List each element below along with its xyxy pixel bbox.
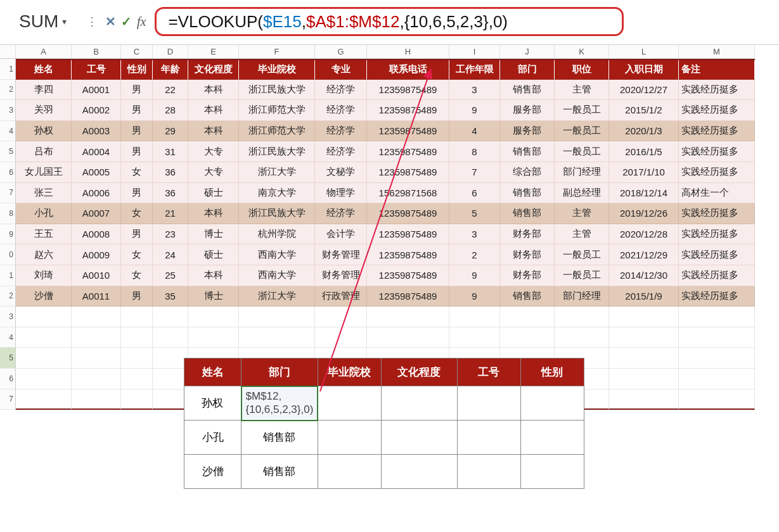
- cancel-formula-button[interactable]: ✕: [105, 14, 116, 29]
- empty-cell[interactable]: [239, 327, 315, 348]
- empty-cell[interactable]: [609, 390, 679, 410]
- table-header-cell[interactable]: 毕业院校: [239, 60, 315, 80]
- cell[interactable]: 会计学: [315, 224, 367, 245]
- cell[interactable]: 12359875489: [367, 244, 449, 265]
- cell[interactable]: 6: [449, 183, 500, 204]
- cell[interactable]: 经济学: [315, 80, 367, 101]
- empty-cell[interactable]: [449, 327, 500, 348]
- cell[interactable]: A0011: [72, 286, 121, 307]
- cell[interactable]: A0008: [72, 224, 121, 245]
- cell[interactable]: 3: [449, 80, 500, 101]
- cell[interactable]: 8: [449, 141, 500, 162]
- empty-cell[interactable]: [679, 327, 755, 348]
- cell[interactable]: 女: [121, 203, 153, 224]
- table-row[interactable]: 刘琦A0010女25本科西南大学财务管理123598754899财务部一般员工2…: [16, 265, 755, 286]
- table-row[interactable]: 吕布A0004男31大专浙江民族大学经济学123598754898销售部一般员工…: [16, 141, 755, 162]
- cell[interactable]: 本科: [188, 121, 239, 142]
- table-header-cell[interactable]: 部门: [500, 60, 555, 80]
- cell[interactable]: 服务部: [500, 121, 555, 142]
- empty-cell[interactable]: [121, 307, 153, 327]
- col-header[interactable]: F: [239, 45, 315, 59]
- lookup-empty-cell[interactable]: [520, 455, 584, 489]
- col-header[interactable]: I: [449, 45, 500, 59]
- cell[interactable]: 服务部: [500, 100, 555, 121]
- cell[interactable]: 36: [153, 162, 188, 183]
- cell[interactable]: 经济学: [315, 203, 367, 224]
- cell[interactable]: 35: [153, 286, 188, 307]
- cell[interactable]: 财务管理: [315, 265, 367, 286]
- empty-cell[interactable]: [679, 307, 755, 327]
- cell[interactable]: 财务管理: [315, 244, 367, 265]
- cell[interactable]: 9: [449, 286, 500, 307]
- cell[interactable]: 浙江师范大学: [239, 121, 315, 142]
- empty-cell[interactable]: [239, 307, 315, 327]
- row-header[interactable]: 5: [0, 141, 16, 162]
- col-header[interactable]: B: [72, 45, 121, 59]
- empty-cell[interactable]: [153, 390, 188, 410]
- cell[interactable]: 4: [449, 121, 500, 142]
- cell[interactable]: 2016/1/5: [609, 141, 679, 162]
- cell[interactable]: 浙江大学: [239, 286, 315, 307]
- cell[interactable]: 小孔: [16, 203, 72, 224]
- empty-cell[interactable]: [315, 307, 367, 327]
- lookup-empty-cell[interactable]: [318, 455, 381, 489]
- row-header[interactable]: 9: [0, 224, 16, 245]
- empty-cell[interactable]: [153, 369, 188, 390]
- table-header-cell[interactable]: 年龄: [153, 60, 188, 80]
- cell[interactable]: A0001: [72, 80, 121, 101]
- cell[interactable]: 2015/1/9: [609, 286, 679, 307]
- col-header[interactable]: C: [121, 45, 153, 59]
- cell[interactable]: 实践经历挺多: [679, 265, 755, 286]
- row-header[interactable]: 8: [0, 203, 16, 224]
- row-header[interactable]: 2: [0, 80, 16, 101]
- cell[interactable]: 男: [121, 100, 153, 121]
- table-header-cell[interactable]: 工号: [72, 60, 121, 80]
- cell[interactable]: 本科: [188, 203, 239, 224]
- lookup-row[interactable]: 小孔销售部: [184, 421, 584, 455]
- cell[interactable]: 一般员工: [555, 244, 609, 265]
- column-headers[interactable]: A B C D E F G H I J K L M: [0, 45, 779, 59]
- cell[interactable]: 9: [449, 265, 500, 286]
- name-box[interactable]: SUM ▾: [19, 8, 82, 35]
- cell[interactable]: 12359875489: [367, 80, 449, 101]
- lookup-empty-cell[interactable]: [318, 421, 381, 455]
- lookup-row[interactable]: 孙权$M$12,{10,6,5,2,3},0): [184, 386, 584, 421]
- cell[interactable]: 29: [153, 121, 188, 142]
- cell[interactable]: 综合部: [500, 162, 555, 183]
- lookup-empty-cell[interactable]: [520, 386, 584, 421]
- cell[interactable]: 男: [121, 80, 153, 101]
- cell[interactable]: 3: [449, 224, 500, 245]
- cell[interactable]: 西南大学: [239, 244, 315, 265]
- row-header[interactable]: 1: [0, 59, 16, 80]
- cell[interactable]: 实践经历挺多: [679, 80, 755, 101]
- lookup-empty-cell[interactable]: [381, 386, 457, 421]
- empty-cell[interactable]: [16, 369, 72, 390]
- empty-cell[interactable]: [679, 390, 755, 410]
- empty-cell[interactable]: [609, 307, 679, 327]
- table-header-cell[interactable]: 工作年限: [449, 60, 500, 80]
- row-header[interactable]: 3: [0, 307, 16, 327]
- cell[interactable]: 实践经历挺多: [679, 224, 755, 245]
- col-header[interactable]: L: [609, 45, 679, 59]
- cell[interactable]: 沙僧: [16, 286, 72, 307]
- table-header-cell[interactable]: 专业: [315, 60, 367, 80]
- table-row[interactable]: 张三A0006男36硕士南京大学物理学156298715686销售部副总经理20…: [16, 183, 755, 204]
- cell[interactable]: 男: [121, 224, 153, 245]
- cell[interactable]: 主管: [555, 80, 609, 101]
- empty-cell[interactable]: [153, 307, 188, 327]
- empty-cell[interactable]: [500, 307, 555, 327]
- cell[interactable]: 女: [121, 265, 153, 286]
- cell[interactable]: 男: [121, 121, 153, 142]
- row-header[interactable]: 6: [0, 369, 16, 390]
- cell[interactable]: 本科: [188, 100, 239, 121]
- cell[interactable]: 博士: [188, 224, 239, 245]
- cell[interactable]: 主管: [555, 203, 609, 224]
- cell[interactable]: 西南大学: [239, 265, 315, 286]
- lookup-name-cell[interactable]: 小孔: [184, 421, 241, 455]
- cell[interactable]: 男: [121, 183, 153, 204]
- cell[interactable]: 24: [153, 244, 188, 265]
- col-header[interactable]: A: [16, 45, 72, 59]
- cell[interactable]: 28: [153, 100, 188, 121]
- empty-cell[interactable]: [609, 348, 679, 369]
- cell[interactable]: 2014/12/30: [609, 265, 679, 286]
